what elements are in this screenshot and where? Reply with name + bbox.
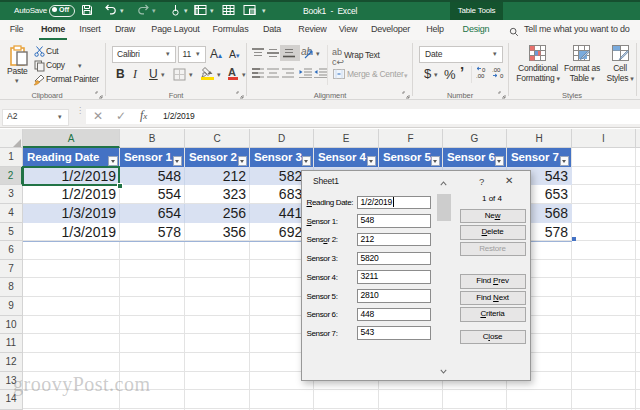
svg-text:.00: .00	[492, 67, 501, 73]
svg-text:.00: .00	[476, 73, 485, 79]
svg-text:0: 0	[500, 73, 504, 79]
svg-text:0: 0	[482, 67, 486, 73]
